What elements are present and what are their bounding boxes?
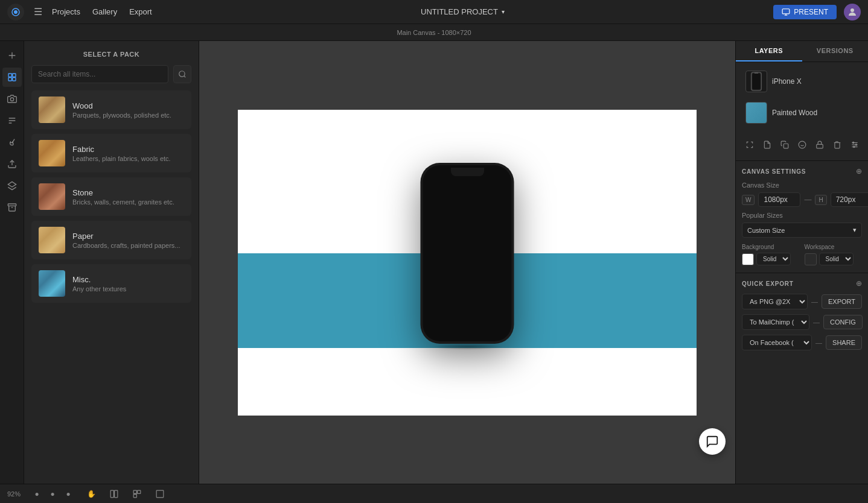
svg-rect-15: [752, 74, 760, 90]
menu-icon[interactable]: ☰: [34, 6, 42, 17]
zoom-in-btn[interactable]: ●: [62, 487, 75, 501]
popular-sizes-label: Popular Sizes: [742, 212, 862, 219]
zoom-out-btn[interactable]: ●: [30, 487, 43, 501]
layer-name-iphone: iPhone X: [772, 77, 802, 86]
pan-tool-btn[interactable]: ✋: [85, 487, 98, 501]
canvas-width-input[interactable]: [758, 192, 800, 207]
svg-rect-4: [8, 74, 11, 77]
pack-item-paper[interactable]: Paper Cardboards, crafts, painted papers…: [31, 221, 191, 259]
layer-item-iphone[interactable]: iPhone X: [741, 67, 863, 96]
chat-fab-button[interactable]: [699, 428, 726, 455]
pack-item-desc-wood: Parquets, plywoods, polished etc.: [72, 112, 184, 119]
export-button[interactable]: EXPORT: [822, 294, 862, 309]
dimension-separator: —: [804, 195, 811, 204]
export-sep-3: —: [815, 339, 822, 346]
camera-icon-btn[interactable]: [2, 89, 22, 109]
layer-resize-icon[interactable]: [742, 138, 758, 153]
project-title-button[interactable]: UNTITLED PROJECT ▾: [421, 7, 505, 16]
layers-section: iPhone X Painted Wood: [736, 62, 868, 134]
pack-item-info-fabric: Fabric Leathers, plain fabrics, wools et…: [72, 145, 184, 162]
layer-item-wood[interactable]: Painted Wood: [741, 98, 863, 127]
svg-point-12: [179, 71, 185, 77]
tab-versions[interactable]: VERSIONS: [802, 41, 869, 62]
pack-item-name-fabric: Fabric: [72, 145, 184, 154]
canvas-settings-expand-icon[interactable]: ⊕: [856, 167, 862, 176]
pack-search-input[interactable]: [31, 65, 168, 83]
text-icon-btn[interactable]: [2, 111, 22, 130]
config-button[interactable]: CONFIG: [823, 315, 863, 329]
color-settings-row: Background Solid Workspace Solid: [742, 244, 862, 265]
popular-sizes-dropdown[interactable]: Custom Size ▾: [742, 223, 862, 238]
chevron-down-icon: ▾: [502, 8, 505, 15]
workspace-color-swatch[interactable]: [805, 253, 817, 265]
layer-emoji-icon[interactable]: [794, 138, 810, 153]
layer-file-icon[interactable]: [759, 138, 775, 153]
pack-panel-header: SELECT A PACK: [24, 41, 199, 65]
stack-icon-btn[interactable]: [2, 176, 22, 195]
layer-name-wood: Painted Wood: [772, 109, 817, 117]
width-label: W: [742, 195, 755, 205]
canvas-info: Main Canvas - 1080×720: [397, 29, 471, 36]
app-logo[interactable]: [7, 4, 24, 21]
present-button[interactable]: PRESENT: [773, 5, 837, 19]
chevron-down-icon: ▾: [853, 226, 857, 234]
brush-icon-btn[interactable]: [2, 133, 22, 152]
layout-1-btn[interactable]: [107, 487, 121, 501]
layout-3-btn[interactable]: [153, 487, 167, 501]
phone-body: [421, 163, 514, 344]
main-canvas: [238, 110, 697, 416]
svg-rect-6: [8, 78, 11, 81]
pack-item-desc-paper: Cardboards, crafts, painted papers...: [72, 242, 184, 249]
nav-gallery[interactable]: Gallery: [92, 7, 117, 16]
facebook-select[interactable]: On Facebook (: [742, 335, 812, 350]
svg-rect-33: [156, 490, 164, 498]
workspace-type-select[interactable]: Solid: [819, 253, 854, 265]
tab-layers[interactable]: LAYERS: [736, 41, 802, 62]
pack-item-desc-misc: Any other textures: [72, 285, 184, 293]
canvas-height-input[interactable]: [831, 192, 868, 207]
pack-item-stone[interactable]: Stone Bricks, walls, cement, granites et…: [31, 177, 191, 216]
layer-phone-icon: [750, 72, 763, 91]
zoom-reset-btn[interactable]: ●: [46, 487, 59, 501]
share-button[interactable]: SHARE: [826, 335, 862, 350]
svg-point-25: [852, 142, 854, 143]
svg-rect-11: [8, 204, 16, 206]
pack-item-desc-fabric: Leathers, plain fabrics, wools etc.: [72, 155, 184, 162]
layers-icon-btn[interactable]: [2, 68, 22, 87]
pack-item-info-misc: Misc. Any other textures: [72, 275, 184, 293]
export-sep-1: —: [811, 298, 818, 305]
background-type-select[interactable]: Solid: [756, 253, 791, 265]
pack-thumb-paper: [39, 227, 65, 253]
canvas-settings-header: CANVAS SETTINGS ⊕: [742, 167, 862, 176]
pack-item-fabric[interactable]: Fabric Leathers, plain fabrics, wools et…: [31, 134, 191, 172]
layout-2-btn[interactable]: [130, 487, 144, 501]
topbar-center: UNTITLED PROJECT ▾: [152, 7, 774, 16]
export-format-select[interactable]: As PNG @2X As PNG @1X As JPG @2X: [742, 294, 808, 309]
nav-export[interactable]: Export: [129, 7, 152, 16]
layer-adjust-icon[interactable]: [847, 138, 863, 153]
mailchimp-select[interactable]: To MailChimp (: [742, 314, 809, 330]
pack-item-wood[interactable]: Wood Parquets, plywoods, polished etc.: [31, 90, 191, 129]
layer-trash-icon[interactable]: [829, 138, 845, 153]
upload-icon-btn[interactable]: [2, 154, 22, 174]
canvas-area[interactable]: [199, 41, 735, 484]
add-icon-btn[interactable]: [2, 46, 22, 65]
layer-lock-icon[interactable]: [812, 138, 828, 153]
background-color-swatch[interactable]: [742, 253, 754, 265]
icon-sidebar: [0, 41, 24, 484]
svg-rect-31: [138, 490, 141, 493]
quick-export-expand-icon[interactable]: ⊕: [856, 279, 862, 288]
user-avatar[interactable]: [844, 4, 861, 21]
svg-point-1: [14, 10, 18, 14]
pack-search-button[interactable]: [173, 65, 191, 83]
bottom-zoom-controls: ● ● ●: [30, 487, 75, 501]
svg-rect-7: [12, 78, 15, 81]
popular-sizes-value: Custom Size: [747, 227, 785, 234]
canvas-size-inputs: W — H: [742, 192, 862, 207]
pack-thumb-misc: [39, 270, 65, 297]
pack-item-misc[interactable]: Misc. Any other textures: [31, 264, 191, 303]
archive-icon-btn[interactable]: [2, 198, 22, 217]
svg-rect-2: [782, 8, 790, 13]
nav-projects[interactable]: Projects: [52, 7, 80, 16]
layer-duplicate-icon[interactable]: [777, 138, 793, 153]
